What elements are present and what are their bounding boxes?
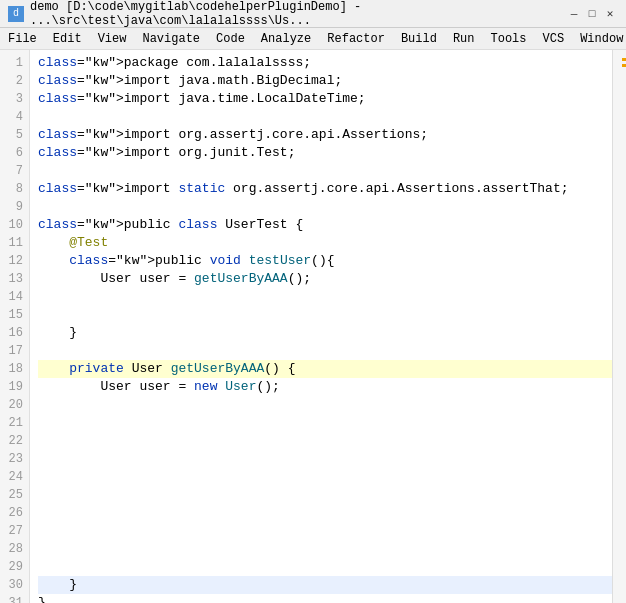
menu-item-run[interactable]: Run bbox=[445, 28, 483, 49]
line-number-17: 17 bbox=[0, 342, 29, 360]
scrollbar[interactable] bbox=[612, 50, 626, 603]
line-number-31: 31 bbox=[0, 594, 29, 603]
code-line-11: @Test bbox=[38, 234, 612, 252]
line-number-21: 21 bbox=[0, 414, 29, 432]
code-line-2: class="kw">import java.math.BigDecimal; bbox=[38, 72, 612, 90]
code-line-3: class="kw">import java.time.LocalDateTim… bbox=[38, 90, 612, 108]
code-line-25 bbox=[38, 486, 612, 504]
code-line-23 bbox=[38, 450, 612, 468]
line-number-7: 7 bbox=[0, 162, 29, 180]
code-line-5: class="kw">import org.assertj.core.api.A… bbox=[38, 126, 612, 144]
code-line-30: } bbox=[38, 576, 612, 594]
line-number-20: 20 bbox=[0, 396, 29, 414]
code-line-22 bbox=[38, 432, 612, 450]
line-number-18: 18 bbox=[0, 360, 29, 378]
editor-container: 1234567891011121314151617181920212223242… bbox=[0, 50, 626, 603]
code-line-13: User user = getUserByAAA(); bbox=[38, 270, 612, 288]
line-number-3: 3 bbox=[0, 90, 29, 108]
editor-body: 1234567891011121314151617181920212223242… bbox=[0, 50, 626, 603]
line-number-9: 9 bbox=[0, 198, 29, 216]
code-line-9 bbox=[38, 198, 612, 216]
line-number-13: 13 bbox=[0, 270, 29, 288]
code-line-17 bbox=[38, 342, 612, 360]
menu-item-tools[interactable]: Tools bbox=[483, 28, 535, 49]
line-number-14: 14 bbox=[0, 288, 29, 306]
code-line-20 bbox=[38, 396, 612, 414]
close-button[interactable]: ✕ bbox=[602, 6, 618, 22]
code-line-1: class="kw">package com.lalalalssss; bbox=[38, 54, 612, 72]
line-number-24: 24 bbox=[0, 468, 29, 486]
line-numbers: 1234567891011121314151617181920212223242… bbox=[0, 50, 30, 603]
code-line-8: class="kw">import static org.assertj.cor… bbox=[38, 180, 612, 198]
line-number-23: 23 bbox=[0, 450, 29, 468]
line-number-27: 27 bbox=[0, 522, 29, 540]
line-number-8: 8 bbox=[0, 180, 29, 198]
code-line-24 bbox=[38, 468, 612, 486]
code-line-21 bbox=[38, 414, 612, 432]
menu-bar: FileEditViewNavigateCodeAnalyzeRefactorB… bbox=[0, 28, 626, 50]
code-line-15 bbox=[38, 306, 612, 324]
code-line-27 bbox=[38, 522, 612, 540]
code-line-16: } bbox=[38, 324, 612, 342]
menu-item-analyze[interactable]: Analyze bbox=[253, 28, 319, 49]
line-number-11: 11 bbox=[0, 234, 29, 252]
menu-item-window[interactable]: Window bbox=[572, 28, 626, 49]
code-line-31: } bbox=[38, 594, 612, 603]
menu-item-file[interactable]: File bbox=[0, 28, 45, 49]
line-number-30: 30 bbox=[0, 576, 29, 594]
code-line-28 bbox=[38, 540, 612, 558]
menu-item-code[interactable]: Code bbox=[208, 28, 253, 49]
line-number-2: 2 bbox=[0, 72, 29, 90]
line-number-4: 4 bbox=[0, 108, 29, 126]
window-title: demo [D:\code\mygitlab\codehelperPluginD… bbox=[30, 0, 566, 28]
code-line-19: User user = new User(); bbox=[38, 378, 612, 396]
menu-item-refactor[interactable]: Refactor bbox=[319, 28, 393, 49]
code-line-29 bbox=[38, 558, 612, 576]
line-number-26: 26 bbox=[0, 504, 29, 522]
line-number-28: 28 bbox=[0, 540, 29, 558]
code-line-26 bbox=[38, 504, 612, 522]
line-number-15: 15 bbox=[0, 306, 29, 324]
code-area[interactable]: class="kw">package com.lalalalssss;class… bbox=[30, 50, 612, 603]
menu-item-edit[interactable]: Edit bbox=[45, 28, 90, 49]
minimize-button[interactable]: — bbox=[566, 6, 582, 22]
line-number-10: 10 bbox=[0, 216, 29, 234]
title-bar: d demo [D:\code\mygitlab\codehelperPlugi… bbox=[0, 0, 626, 28]
code-line-18: private User getUserByAAA() { bbox=[38, 360, 612, 378]
code-line-7 bbox=[38, 162, 612, 180]
code-line-12: class="kw">public void testUser(){ bbox=[38, 252, 612, 270]
restore-button[interactable]: □ bbox=[584, 6, 600, 22]
menu-item-vcs[interactable]: VCS bbox=[535, 28, 573, 49]
line-number-5: 5 bbox=[0, 126, 29, 144]
line-number-12: 12 bbox=[0, 252, 29, 270]
code-line-10: class="kw">public class UserTest { bbox=[38, 216, 612, 234]
code-line-4 bbox=[38, 108, 612, 126]
window-controls: — □ ✕ bbox=[566, 6, 618, 22]
line-number-25: 25 bbox=[0, 486, 29, 504]
menu-item-navigate[interactable]: Navigate bbox=[134, 28, 208, 49]
line-number-6: 6 bbox=[0, 144, 29, 162]
code-line-6: class="kw">import org.junit.Test; bbox=[38, 144, 612, 162]
code-line-14 bbox=[38, 288, 612, 306]
app-icon: d bbox=[8, 6, 24, 22]
line-number-29: 29 bbox=[0, 558, 29, 576]
menu-item-view[interactable]: View bbox=[90, 28, 135, 49]
line-number-22: 22 bbox=[0, 432, 29, 450]
line-number-16: 16 bbox=[0, 324, 29, 342]
scroll-indicator-2 bbox=[622, 64, 626, 67]
scroll-indicator bbox=[622, 58, 626, 61]
line-number-1: 1 bbox=[0, 54, 29, 72]
menu-item-build[interactable]: Build bbox=[393, 28, 445, 49]
line-number-19: 19 bbox=[0, 378, 29, 396]
